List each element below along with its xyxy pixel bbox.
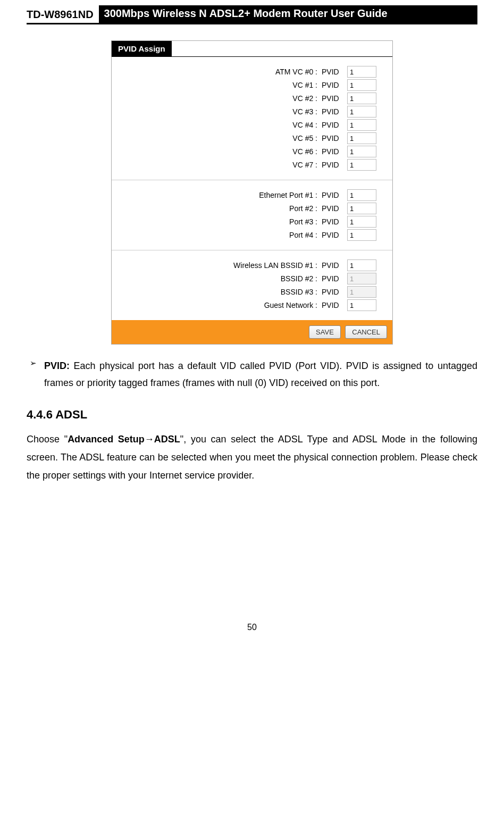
pvid-word: PVID (322, 161, 343, 169)
pvid-input (347, 273, 376, 284)
pvid-row-label: VC #5 : (222, 134, 317, 142)
cancel-button[interactable]: CANCEL (345, 325, 387, 339)
pvid-input[interactable] (347, 159, 376, 171)
pvid-row: Wireless LAN BSSID #1 :PVID (117, 259, 376, 271)
pvid-input (347, 286, 376, 298)
pvid-word: PVID (322, 204, 343, 213)
pvid-row: Port #4 :PVID (117, 229, 376, 241)
pvid-group: ATM VC #0 :PVIDVC #1 :PVIDVC #2 :PVIDVC … (112, 57, 392, 180)
pvid-row: Port #2 :PVID (117, 203, 376, 214)
pvid-row: VC #3 :PVID (117, 106, 376, 118)
pvid-row-label: BSSID #3 : (222, 288, 317, 296)
pvid-row-label: VC #4 : (222, 121, 317, 129)
pvid-input[interactable] (347, 203, 376, 214)
pvid-input[interactable] (347, 93, 376, 104)
doc-header: TD-W8961ND 300Mbps Wireless N ADSL2+ Mod… (27, 0, 477, 23)
bullet-body: Each physical port has a default VID cal… (44, 360, 477, 388)
pvid-word: PVID (322, 68, 343, 76)
bullet-pvid: ➢ PVID: Each physical port has a default… (30, 357, 477, 392)
model-number: TD-W8961ND (27, 9, 94, 23)
pvid-row-label: Guest Network : (222, 301, 317, 309)
pvid-row: VC #1 :PVID (117, 79, 376, 91)
pvid-word: PVID (322, 121, 343, 129)
pvid-row: VC #7 :PVID (117, 159, 376, 171)
pvid-row: ATM VC #0 :PVID (117, 66, 376, 78)
pvid-row: Ethernet Port #1 :PVID (117, 189, 376, 201)
pvid-input[interactable] (347, 189, 376, 201)
pvid-row: VC #4 :PVID (117, 119, 376, 131)
pvid-word: PVID (322, 191, 343, 199)
pvid-word: PVID (322, 231, 343, 239)
pvid-input[interactable] (347, 299, 376, 311)
doc-title: 300Mbps Wireless N ADSL2+ Modem Router U… (99, 5, 477, 23)
para-bold-1: Advanced Setup (68, 434, 145, 445)
pvid-row-label: VC #7 : (222, 161, 317, 169)
pvid-word: PVID (322, 81, 343, 89)
para-bold-2: ADSL (154, 434, 180, 445)
pvid-row-label: VC #3 : (222, 107, 317, 116)
pvid-group: Ethernet Port #1 :PVIDPort #2 :PVIDPort … (112, 180, 392, 250)
pvid-row: BSSID #2 :PVID (117, 273, 376, 284)
pvid-word: PVID (322, 107, 343, 116)
pvid-row-label: VC #2 : (222, 94, 317, 103)
bullet-bold: PVID: (44, 360, 70, 371)
pvid-input[interactable] (347, 229, 376, 241)
pvid-input[interactable] (347, 216, 376, 228)
pvid-row: VC #6 :PVID (117, 146, 376, 157)
bullet-text: PVID: Each physical port has a default V… (44, 357, 477, 392)
para-arrow: → (145, 434, 154, 445)
save-button[interactable]: SAVE (309, 325, 341, 339)
panel-footer: SAVE CANCEL (112, 320, 392, 344)
pvid-row: VC #2 :PVID (117, 93, 376, 104)
pvid-word: PVID (322, 217, 343, 226)
pvid-input[interactable] (347, 106, 376, 118)
pvid-row: Guest Network :PVID (117, 299, 376, 311)
pvid-input[interactable] (347, 132, 376, 144)
pvid-word: PVID (322, 147, 343, 156)
pvid-row-label: Port #2 : (222, 204, 317, 213)
para-pre: Choose " (27, 434, 68, 445)
pvid-assign-panel: PVID Assign ATM VC #0 :PVIDVC #1 :PVIDVC… (111, 40, 393, 345)
pvid-word: PVID (322, 94, 343, 103)
pvid-row-label: ATM VC #0 : (222, 68, 317, 76)
page-number: 50 (27, 623, 477, 632)
pvid-row-label: VC #6 : (222, 147, 317, 156)
pvid-row: VC #5 :PVID (117, 132, 376, 144)
pvid-word: PVID (322, 274, 343, 283)
pvid-input[interactable] (347, 259, 376, 271)
panel-title: PVID Assign (112, 41, 172, 56)
pvid-input[interactable] (347, 66, 376, 78)
bullet-marker: ➢ (30, 357, 37, 392)
pvid-row-label: VC #1 : (222, 81, 317, 89)
pvid-row-label: Wireless LAN BSSID #1 : (222, 261, 317, 270)
pvid-input[interactable] (347, 119, 376, 131)
pvid-row-label: Port #3 : (222, 217, 317, 226)
section-paragraph: Choose "Advanced Setup→ADSL", you can se… (27, 430, 477, 485)
pvid-row: BSSID #3 :PVID (117, 286, 376, 298)
pvid-row-label: BSSID #2 : (222, 274, 317, 283)
header-divider (27, 23, 477, 24)
pvid-input[interactable] (347, 146, 376, 157)
pvid-row: Port #3 :PVID (117, 216, 376, 228)
pvid-word: PVID (322, 134, 343, 142)
pvid-word: PVID (322, 288, 343, 296)
pvid-row-label: Ethernet Port #1 : (222, 191, 317, 199)
pvid-group: Wireless LAN BSSID #1 :PVIDBSSID #2 :PVI… (112, 250, 392, 320)
pvid-word: PVID (322, 261, 343, 270)
pvid-word: PVID (322, 301, 343, 309)
pvid-input[interactable] (347, 79, 376, 91)
pvid-row-label: Port #4 : (222, 231, 317, 239)
section-heading: 4.4.6 ADSL (27, 408, 477, 422)
